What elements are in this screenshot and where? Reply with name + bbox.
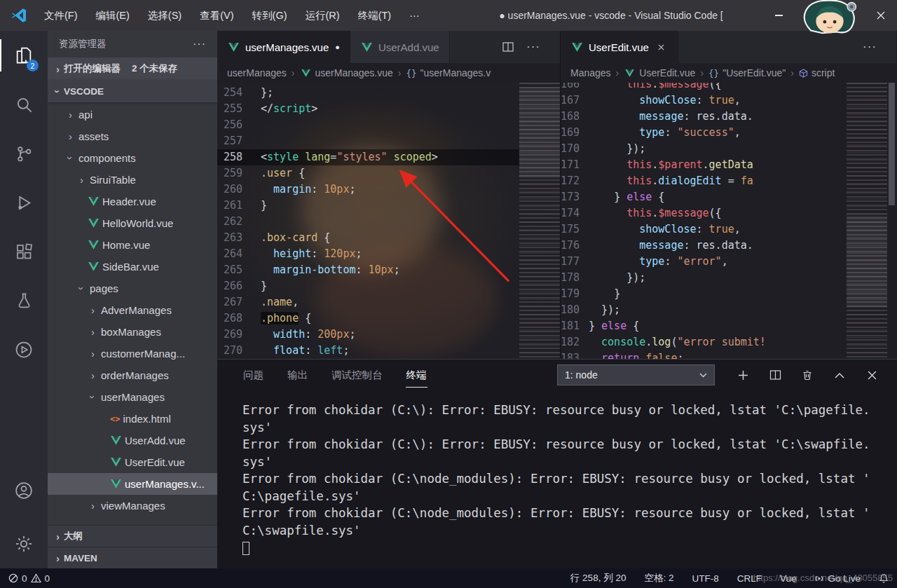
run-circle-icon[interactable] xyxy=(0,325,48,374)
minimize-button[interactable] xyxy=(762,0,795,31)
menu-terminal[interactable]: 终端(T) xyxy=(349,0,401,31)
vue-icon xyxy=(111,479,121,488)
outline-section-header[interactable]: › 大纲 xyxy=(48,525,217,547)
code-line: 258<style lang="styles" scoped> xyxy=(217,149,560,165)
panel-tab-debug-console[interactable]: 调试控制台 xyxy=(331,363,383,388)
chevron-right-icon: › xyxy=(64,130,76,142)
breadcrumb-item[interactable]: script xyxy=(799,67,835,78)
maven-section-header[interactable]: › MAVEN xyxy=(48,547,217,568)
account-icon[interactable] xyxy=(0,466,48,515)
tree-item-siruitable[interactable]: ›SiruiTable xyxy=(48,169,217,191)
open-editors-header[interactable]: › 打开的编辑器 2 个未保存 xyxy=(48,57,217,80)
line-number: 170 xyxy=(561,141,589,157)
breadcrumb-item[interactable]: UserEdit.vue xyxy=(624,67,695,78)
tree-item-components[interactable]: ›components xyxy=(48,147,217,169)
notifications-bell-icon[interactable] xyxy=(879,573,889,584)
tree-item-assets[interactable]: ›assets xyxy=(48,125,217,147)
scrollbar-thumb[interactable] xyxy=(889,83,895,205)
panel-tab-output[interactable]: 输出 xyxy=(287,363,308,388)
eol-setting[interactable]: CRLF xyxy=(737,573,762,584)
code-editor-right[interactable]: 166 this.$message({167 showClose: true,1… xyxy=(561,83,896,359)
vue-icon xyxy=(88,240,99,249)
more-actions-icon[interactable]: ··· xyxy=(193,38,206,50)
tree-item-pages[interactable]: ›pages xyxy=(48,278,217,299)
terminal-line: sys' xyxy=(242,419,887,437)
minimap[interactable] xyxy=(847,83,887,359)
panel-tab-terminal[interactable]: 终端 xyxy=(406,363,427,388)
tree-item-home-vue[interactable]: Home.vue xyxy=(48,234,217,256)
tree-item-useradd-vue[interactable]: UserAdd.vue xyxy=(48,430,217,451)
tree-item-boxmanages[interactable]: ›boxManages xyxy=(48,321,217,343)
tree-item-api[interactable]: ›api xyxy=(48,104,217,125)
close-button[interactable] xyxy=(865,0,897,31)
menu-view[interactable]: 查看(V) xyxy=(191,0,242,31)
cursor-position[interactable]: 行 258, 列 20 xyxy=(570,572,626,584)
tree-item-customermanag-[interactable]: ›customerManag... xyxy=(48,343,217,364)
breadcrumb-item[interactable]: {} "UserEdit.vue" xyxy=(708,67,786,78)
tab-useradd-vue[interactable]: UserAdd.vue xyxy=(350,31,450,63)
go-live-button[interactable]: Go Live xyxy=(814,573,861,584)
line-number: 255 xyxy=(217,101,261,117)
scrollbar[interactable] xyxy=(887,83,896,359)
tree-item-helloworld-vue[interactable]: HelloWorld.vue xyxy=(48,212,217,234)
breadcrumb-item[interactable]: Manages xyxy=(570,67,611,78)
tree-item-header-vue[interactable]: Header.vue xyxy=(48,191,217,212)
tree-item-usermanages[interactable]: ›userManages xyxy=(48,386,217,408)
menu-more[interactable]: ··· xyxy=(400,0,429,31)
search-icon[interactable] xyxy=(0,80,48,129)
modified-dot-icon[interactable]: ● xyxy=(335,43,340,51)
tree-item-viewmanages[interactable]: ›viewManages xyxy=(48,495,217,517)
terminal-output[interactable]: Error from chokidar (C:\): Error: EBUSY:… xyxy=(217,390,897,568)
menu-edit[interactable]: 编辑(E) xyxy=(87,0,139,31)
problems-indicator[interactable]: 0 0 xyxy=(8,573,50,584)
tab-usermanages-vue[interactable]: userManages.vue ● xyxy=(217,31,350,63)
kill-terminal-trash-icon[interactable] xyxy=(800,368,814,382)
line-number: 182 xyxy=(561,334,589,350)
source-control-icon[interactable] xyxy=(0,129,48,178)
testing-flask-icon[interactable] xyxy=(0,276,48,325)
menu-run[interactable]: 运行(R) xyxy=(296,0,348,31)
tree-item-useredit-vue[interactable]: UserEdit.vue xyxy=(48,451,217,473)
new-terminal-icon[interactable] xyxy=(736,368,750,382)
title-bar: 文件(F) 编辑(E) 选择(S) 查看(V) 转到(G) 运行(R) 终端(T… xyxy=(0,0,897,31)
minimap[interactable] xyxy=(519,83,560,359)
terminal-select[interactable]: 1: node xyxy=(557,364,715,385)
split-editor-icon[interactable] xyxy=(501,40,515,54)
tree-item-sidebar-vue[interactable]: SideBar.vue xyxy=(48,256,217,278)
tree-item-label: pages xyxy=(90,282,118,294)
panel-tab-problems[interactable]: 问题 xyxy=(242,363,264,388)
breadcrumb-item[interactable]: userManages xyxy=(227,67,287,78)
code-line: 267.name, xyxy=(217,294,560,310)
breadcrumb-item[interactable]: userManages.vue xyxy=(300,67,393,78)
chevron-right-icon: › xyxy=(87,348,99,360)
settings-gear-icon[interactable] xyxy=(0,519,48,568)
line-number: 183 xyxy=(561,350,589,359)
workspace-root-header[interactable]: › VSCODE xyxy=(48,80,217,102)
tree-item-usermanages-v-[interactable]: userManages.v... xyxy=(48,473,217,495)
menu-go[interactable]: 转到(G) xyxy=(243,0,296,31)
code-editor-left[interactable]: 254};255</script>256257258<style lang="s… xyxy=(217,83,560,359)
close-tab-icon[interactable] xyxy=(655,41,668,53)
tree-item-index-html[interactable]: <>index.html xyxy=(48,408,217,430)
tab-useredit-vue[interactable]: UserEdit.vue xyxy=(561,31,678,63)
code-line: 254}; xyxy=(217,85,560,101)
encoding[interactable]: UTF-8 xyxy=(692,573,718,584)
menu-file[interactable]: 文件(F) xyxy=(35,0,87,31)
line-number: 267 xyxy=(217,294,261,310)
maximize-panel-icon[interactable] xyxy=(833,368,847,382)
language-mode[interactable]: Vue xyxy=(780,573,797,584)
split-terminal-icon[interactable] xyxy=(768,368,782,382)
more-actions-icon[interactable]: ··· xyxy=(526,40,540,54)
tree-item-advermanages[interactable]: ›AdverManages xyxy=(48,299,217,321)
close-panel-icon[interactable] xyxy=(865,368,879,382)
line-number: 181 xyxy=(561,318,589,334)
chevron-right-icon: › xyxy=(52,552,64,564)
more-actions-icon[interactable]: ··· xyxy=(863,40,877,54)
menu-selection[interactable]: 选择(S) xyxy=(139,0,191,31)
explorer-icon[interactable]: 2 xyxy=(0,31,48,80)
indentation-setting[interactable]: 空格: 2 xyxy=(644,572,673,584)
extensions-icon[interactable] xyxy=(0,227,48,276)
run-debug-icon[interactable] xyxy=(0,178,48,227)
breadcrumb-item[interactable]: {} "userManages.v xyxy=(406,67,491,78)
tree-item-ordermanages[interactable]: ›orderManages xyxy=(48,364,217,386)
